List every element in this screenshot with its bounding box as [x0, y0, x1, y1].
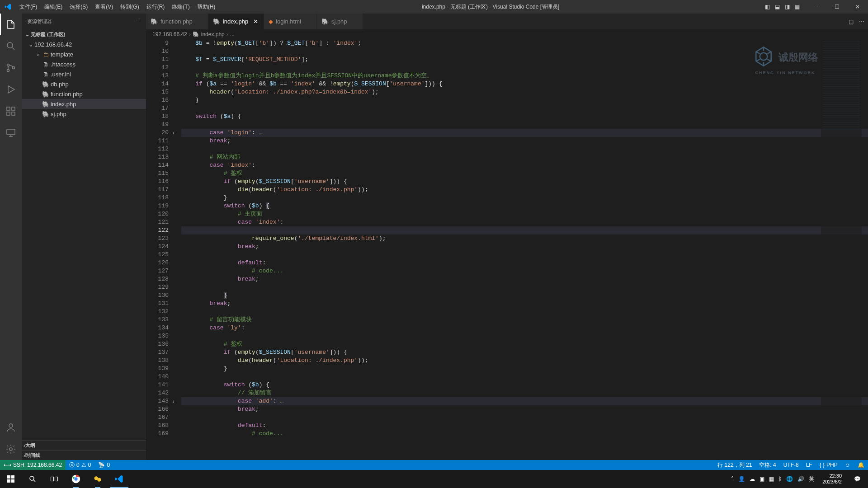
line-number[interactable]: 139 [146, 365, 169, 373]
code-line[interactable]: switch ($b) { [181, 202, 868, 210]
people-icon[interactable]: 👤 [738, 476, 745, 482]
account-icon[interactable] [0, 417, 22, 438]
line-number[interactable]: 129 [146, 283, 169, 291]
line-number[interactable]: 167 [146, 413, 169, 422]
code-line[interactable] [181, 413, 868, 422]
code-line[interactable]: if (empty($_SESSION['username'])) { [181, 178, 868, 186]
tree-file[interactable]: 🗎.user.ini [22, 69, 146, 79]
line-number[interactable]: 16 [146, 96, 169, 104]
code-line[interactable]: default: [181, 259, 868, 267]
tree-file[interactable]: 🐘index.php [22, 99, 146, 109]
line-number[interactable]: 112 [146, 145, 169, 153]
code-line[interactable]: } [181, 291, 868, 300]
notifications-icon[interactable]: 🔔 [854, 462, 868, 468]
line-number[interactable]: 118 [146, 194, 169, 202]
code-line[interactable]: $f = $_SERVER['REQUEST_METHOD']; [181, 56, 868, 64]
code-line[interactable]: break; [181, 300, 868, 308]
language-mode[interactable]: { } PHP [816, 462, 841, 468]
line-number[interactable]: 9 [146, 39, 169, 47]
workspace-section[interactable]: ⌄ 无标题 (工作区) [22, 29, 146, 39]
line-number[interactable]: 20› [146, 129, 169, 137]
line-number[interactable]: 117 [146, 186, 169, 194]
line-number[interactable]: 124 [146, 243, 169, 251]
line-number[interactable]: 18 [146, 113, 169, 121]
code-line[interactable]: # 鉴权 [181, 340, 868, 348]
code-line[interactable]: break; [181, 275, 868, 283]
line-number[interactable]: 168 [146, 422, 169, 430]
line-number[interactable]: 136 [146, 340, 169, 348]
more-actions-icon[interactable]: ⋯ [859, 19, 864, 25]
more-icon[interactable]: ⋯ [136, 19, 141, 24]
vscode-app[interactable] [108, 470, 130, 488]
code-line[interactable]: // 添加留言 [181, 389, 868, 397]
code-line[interactable]: if ($a == 'login' && $b == 'index' && !e… [181, 80, 868, 88]
clock[interactable]: 22:30 2023/6/2 [818, 473, 846, 485]
start-button[interactable] [0, 470, 22, 488]
settings-gear-icon[interactable] [0, 438, 22, 460]
line-number[interactable]: 17 [146, 104, 169, 113]
code-line[interactable]: case 'login': … [181, 129, 868, 137]
notification-center[interactable]: 💬 [846, 470, 868, 488]
breadcrumb[interactable]: 192.168.66.42 › 🐘 index.php › ... [146, 29, 868, 39]
line-number[interactable]: 133 [146, 316, 169, 324]
line-number[interactable]: 142 [146, 389, 169, 397]
code-line[interactable]: # 主页面 [181, 210, 868, 218]
menu-item[interactable]: 文件(F) [16, 0, 41, 14]
line-number[interactable]: 14 [146, 80, 169, 88]
code-line[interactable] [181, 332, 868, 340]
line-number[interactable]: 113 [146, 153, 169, 161]
tree-file[interactable]: 🐘sj.php [22, 109, 146, 119]
network-icon[interactable]: 🌐 [786, 476, 793, 482]
tree-file[interactable]: 🐘function.php [22, 89, 146, 99]
app-yellow[interactable] [87, 470, 108, 488]
code-line[interactable] [181, 64, 868, 72]
code-line[interactable]: require_once('./template/index.html'); [181, 235, 868, 243]
line-number[interactable]: 19 [146, 121, 169, 129]
line-number[interactable]: 135 [146, 332, 169, 340]
code-line[interactable]: $b = !empty($_GET['b']) ? $_GET['b'] : '… [181, 39, 868, 47]
encoding[interactable]: UTF-8 [780, 462, 802, 468]
line-number[interactable]: 125 [146, 251, 169, 259]
line-number[interactable]: 137 [146, 348, 169, 357]
code-line[interactable]: break; [181, 137, 868, 145]
line-number[interactable]: 138 [146, 357, 169, 365]
split-editor-icon[interactable]: ◫ [849, 19, 854, 25]
menu-item[interactable]: 编辑(E) [41, 0, 66, 14]
line-number[interactable]: 15 [146, 88, 169, 96]
toggle-panel-bottom-icon[interactable]: ⬓ [772, 2, 782, 12]
search-icon[interactable] [0, 35, 22, 57]
code-line[interactable]: } [181, 365, 868, 373]
tree-folder[interactable]: ›🗀template [22, 49, 146, 59]
code-line[interactable] [181, 283, 868, 291]
system-tray[interactable]: ˄ 👤 ☁ ▣ ▦ ᛒ 🌐 🔊 英 [727, 475, 818, 483]
code-line[interactable]: # 鉴权 [181, 169, 868, 178]
line-number[interactable]: 132 [146, 308, 169, 316]
tray-chevron-icon[interactable]: ˄ [731, 476, 734, 482]
line-number[interactable]: 114 [146, 161, 169, 169]
breadcrumb-item[interactable]: index.php [201, 31, 225, 38]
source-control-icon[interactable] [0, 57, 22, 79]
line-number[interactable]: 122 [146, 226, 169, 235]
toggle-panel-right-icon[interactable]: ◨ [782, 2, 792, 12]
editor-tab[interactable]: 🐘index.php✕ [208, 14, 264, 29]
code-line[interactable]: if (empty($_SESSION['username'])) { [181, 348, 868, 357]
code-line[interactable]: switch ($a) { [181, 113, 868, 121]
line-number[interactable]: 119 [146, 202, 169, 210]
code-line[interactable] [181, 308, 868, 316]
menu-item[interactable]: 终端(T) [168, 0, 193, 14]
problems-indicator[interactable]: ⓧ0 ⚠0 [66, 461, 94, 469]
code-line[interactable] [181, 226, 868, 235]
line-number[interactable]: 11 [146, 56, 169, 64]
code-line[interactable]: # 判断a参数值为login并且b参数值为index并且SESSION中的use… [181, 72, 868, 80]
maximize-button[interactable]: ☐ [826, 0, 847, 14]
bluetooth-icon[interactable]: ᛒ [778, 476, 782, 482]
line-number[interactable]: 140 [146, 373, 169, 381]
remote-explorer-icon[interactable] [0, 122, 22, 144]
breadcrumb-item[interactable]: ... [230, 31, 235, 38]
code-line[interactable]: case 'index': [181, 218, 868, 226]
line-number[interactable]: 166 [146, 405, 169, 413]
feedback-icon[interactable]: ☺ [841, 462, 854, 468]
code-line[interactable]: # code... [181, 267, 868, 275]
line-number[interactable]: 10 [146, 47, 169, 56]
code-line[interactable]: case 'ly': [181, 324, 868, 332]
